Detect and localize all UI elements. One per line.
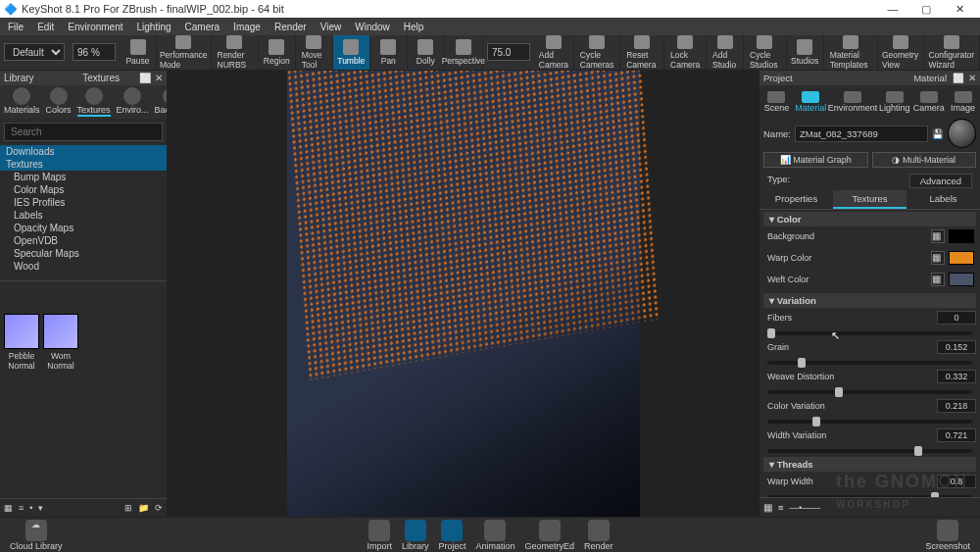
fibers-val[interactable]: 0 <box>937 311 976 325</box>
widthvar-slider[interactable] <box>767 449 972 453</box>
size-slider-icon[interactable]: —•—— <box>790 502 821 513</box>
warp-swatch[interactable] <box>949 251 974 265</box>
subtab-properties[interactable]: Properties <box>760 190 833 209</box>
cat-textures[interactable]: Textures <box>77 87 111 117</box>
add-icon[interactable]: ⊞ <box>124 503 132 513</box>
cycle-studios-button[interactable]: Cycle Studios <box>744 35 787 70</box>
thumb-pebble[interactable]: Pebble Normal <box>4 314 39 371</box>
fibers-slider[interactable] <box>767 331 972 335</box>
section-color[interactable]: ▾ Color <box>763 212 976 226</box>
import-icon[interactable]: 📁 <box>138 503 149 513</box>
menu-help[interactable]: Help <box>398 22 430 32</box>
undock-icon[interactable]: ⬜ <box>139 73 151 83</box>
menu-render[interactable]: Render <box>269 22 313 32</box>
save-icon[interactable]: 💾 <box>932 128 944 139</box>
library-button[interactable]: Library <box>402 520 429 551</box>
tumble-button[interactable]: Tumble <box>333 35 370 70</box>
render-nurbs-button[interactable]: Render NURBS <box>212 35 259 70</box>
lock-camera-button[interactable]: Lock Camera <box>664 35 707 70</box>
grain-val[interactable]: 0.152 <box>937 340 976 354</box>
maximize-button[interactable]: ▢ <box>909 3 943 16</box>
refresh-icon[interactable]: ⟳ <box>155 503 163 513</box>
multi-material-button[interactable]: ◑ Multi-Material <box>872 152 977 168</box>
thumb-worn[interactable]: Worn Normal <box>43 314 78 371</box>
menu-camera[interactable]: Camera <box>179 22 226 32</box>
tab-environment[interactable]: Environment <box>828 89 878 113</box>
cat-colors[interactable]: Colors <box>46 87 72 117</box>
region-button[interactable]: Region <box>259 35 296 70</box>
weft-tex-icon[interactable]: ▦ <box>931 273 945 286</box>
tree-wood[interactable]: Wood <box>0 260 167 273</box>
add-studio-button[interactable]: Add Studio <box>707 35 744 70</box>
menu-edit[interactable]: Edit <box>31 22 60 32</box>
zoom-field[interactable] <box>487 43 530 61</box>
configurator-button[interactable]: Configurator Wizard <box>924 35 980 70</box>
tab-lighting[interactable]: Lighting <box>877 89 911 113</box>
minimize-button[interactable]: — <box>876 3 909 15</box>
close-button[interactable]: ✕ <box>943 3 976 16</box>
studios-button[interactable]: Studios <box>787 35 824 70</box>
tree-specularmaps[interactable]: Specular Maps <box>0 247 167 260</box>
perf-mode-button[interactable]: Performance Mode <box>157 35 212 70</box>
type-select[interactable]: Advanced <box>909 174 972 188</box>
weft-swatch[interactable] <box>949 273 974 286</box>
section-variation[interactable]: ▾ Variation <box>763 293 976 308</box>
warp-tex-icon[interactable]: ▦ <box>931 251 945 265</box>
tree-openvdb[interactable]: OpenVDB <box>0 234 167 247</box>
close-icon[interactable]: ✕ <box>968 73 976 83</box>
workspace-preset[interactable]: Default <box>4 43 65 61</box>
section-threads[interactable]: ▾ Threads <box>763 457 976 472</box>
perspective-button[interactable]: Perspective <box>445 35 483 70</box>
material-name-field[interactable] <box>795 125 928 142</box>
cat-environments[interactable]: Enviro... <box>117 87 149 117</box>
subtab-textures[interactable]: Textures <box>833 190 906 209</box>
colorvar-slider[interactable] <box>767 420 972 424</box>
menu-view[interactable]: View <box>315 22 348 32</box>
screenshot-button[interactable]: Screenshot <box>925 520 970 551</box>
geometry-view-button[interactable]: Geometry View <box>878 35 924 70</box>
grain-slider[interactable] <box>767 361 972 365</box>
cloud-library-button[interactable]: ☁Cloud Library <box>10 520 63 551</box>
tree-textures[interactable]: Textures <box>0 158 167 171</box>
weave-slider[interactable] <box>767 390 972 394</box>
tab-camera[interactable]: Camera <box>911 89 946 113</box>
import-button[interactable]: Import <box>367 520 392 551</box>
cpu-usage-field[interactable] <box>73 43 116 61</box>
cat-materials[interactable]: Materials <box>4 87 40 117</box>
menu-lighting[interactable]: Lighting <box>131 22 177 32</box>
menu-file[interactable]: File <box>2 22 29 32</box>
render-button[interactable]: Render <box>584 520 613 551</box>
grid-icon[interactable]: ▦ <box>4 503 13 513</box>
sort-icon[interactable]: ▾ <box>38 503 43 513</box>
viewport[interactable] <box>167 71 760 517</box>
animation-button[interactable]: Animation <box>475 520 514 551</box>
add-camera-button[interactable]: Add Camera <box>534 35 574 70</box>
dolly-button[interactable]: Dolly <box>408 35 445 70</box>
bg-tex-icon[interactable]: ▦ <box>931 229 945 243</box>
tree-opacitymaps[interactable]: Opacity Maps <box>0 222 167 234</box>
project-button[interactable]: Project <box>438 520 466 551</box>
menu-image[interactable]: Image <box>227 22 267 32</box>
menu-environment[interactable]: Environment <box>62 22 128 32</box>
material-graph-button[interactable]: 📊 Material Graph <box>763 152 868 168</box>
subtab-labels[interactable]: Labels <box>906 190 980 209</box>
tab-scene[interactable]: Scene <box>760 89 794 113</box>
tab-image[interactable]: Image <box>946 89 980 113</box>
tree-labels[interactable]: Labels <box>0 209 167 222</box>
grid-icon[interactable]: ▦ <box>763 502 772 513</box>
undock-icon[interactable]: ⬜ <box>953 73 964 83</box>
colorvar-val[interactable]: 0.218 <box>937 399 976 413</box>
reset-camera-button[interactable]: Reset Camera <box>620 35 664 70</box>
widthvar-val[interactable]: 0.721 <box>937 428 976 442</box>
size-icon[interactable]: • <box>29 503 32 513</box>
move-tool-button[interactable]: Move Tool <box>296 35 333 70</box>
list-icon[interactable]: ≡ <box>19 503 24 513</box>
pause-button[interactable]: Pause <box>120 35 157 70</box>
tree-iesprofiles[interactable]: IES Profiles <box>0 196 167 209</box>
cycle-cameras-button[interactable]: Cycle Cameras <box>574 35 620 70</box>
tree-bumpmaps[interactable]: Bump Maps <box>0 171 167 183</box>
tab-material[interactable]: Material <box>794 89 828 113</box>
library-search[interactable] <box>4 123 163 141</box>
close-icon[interactable]: ✕ <box>155 73 163 83</box>
list-icon[interactable]: ≡ <box>778 502 784 513</box>
